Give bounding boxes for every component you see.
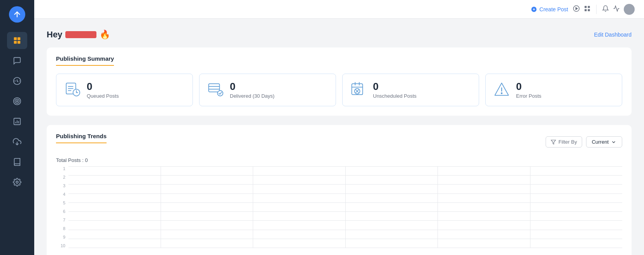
sidebar-item-dashboard[interactable] (7, 32, 27, 49)
svg-point-34 (217, 91, 223, 96)
y-label-10: 10 (56, 243, 67, 248)
unscheduled-posts-count: 0 (373, 81, 416, 92)
svg-rect-21 (588, 6, 590, 8)
filter-by-button[interactable]: Filter By (546, 136, 582, 148)
topbar-divider (596, 5, 597, 14)
sidebar-item-settings[interactable] (7, 174, 27, 191)
svg-marker-19 (576, 7, 578, 10)
chart-columns (68, 166, 622, 248)
trends-controls: Filter By Current (546, 136, 622, 148)
error-posts-count: 0 (516, 81, 541, 92)
publishing-trends-title: Publishing Trends (56, 133, 107, 143)
content-header: Hey 🔥 Edit Dashboard (47, 30, 632, 40)
delivered-posts-tile: 0 Delivered (30 Days) (199, 74, 336, 106)
y-label-5: 5 (56, 200, 67, 205)
chart-col-4 (346, 166, 438, 248)
user-name-redacted (65, 31, 96, 38)
play-icon[interactable] (573, 5, 580, 14)
queued-posts-icon (64, 81, 80, 99)
chart-col-5 (438, 166, 530, 248)
current-label: Current (592, 139, 609, 145)
notification-icon[interactable] (602, 5, 609, 14)
chart-col-3 (253, 166, 346, 248)
y-label-3: 3 (56, 183, 67, 188)
app-logo[interactable] (9, 6, 25, 23)
activity-icon[interactable] (613, 5, 620, 14)
svg-rect-2 (18, 37, 20, 40)
sidebar-item-inbox[interactable] (7, 133, 27, 150)
trends-header: Publishing Trends Filter By Current (56, 133, 622, 151)
y-label-8: 8 (56, 226, 67, 231)
content-area: Hey 🔥 Edit Dashboard Publishing Summary (34, 19, 644, 255)
error-posts-info: 0 Error Posts (516, 81, 541, 99)
y-label-1: 1 (56, 166, 67, 171)
svg-point-8 (16, 100, 18, 102)
sidebar-item-reports[interactable] (7, 113, 27, 130)
svg-point-14 (16, 181, 18, 183)
summary-grid: 0 Queued Posts (56, 74, 622, 106)
main-area: Create Post Hey 🔥 (34, 0, 644, 255)
y-label-2: 2 (56, 175, 67, 179)
svg-point-7 (15, 99, 19, 104)
svg-rect-23 (588, 9, 590, 11)
y-label-4: 4 (56, 192, 67, 197)
grid-icon[interactable] (584, 5, 591, 14)
y-label-6: 6 (56, 209, 67, 214)
sidebar-item-targeting[interactable] (7, 93, 27, 110)
error-posts-icon (494, 81, 510, 99)
create-post-label: Create Post (539, 6, 568, 12)
user-avatar[interactable] (624, 4, 635, 15)
delivered-posts-label: Delivered (30 Days) (230, 93, 275, 99)
filter-by-label: Filter By (558, 139, 577, 145)
svg-rect-20 (584, 6, 586, 8)
svg-marker-45 (551, 140, 556, 144)
delivered-posts-icon (207, 81, 224, 99)
sidebar-item-library[interactable] (7, 153, 27, 171)
sidebar-item-messages[interactable] (7, 52, 27, 69)
svg-point-44 (501, 93, 502, 94)
topbar: Create Post (34, 0, 644, 19)
current-dropdown[interactable]: Current (586, 136, 622, 148)
greeting-text: Hey 🔥 (47, 30, 110, 40)
publishing-summary-card: Publishing Summary (47, 47, 632, 116)
chart-area (68, 166, 622, 248)
chevron-down-icon (611, 139, 616, 145)
y-label-9: 9 (56, 235, 67, 239)
topbar-icons (573, 4, 635, 15)
chart-col-1 (68, 166, 161, 248)
greeting-word: Hey (47, 30, 62, 40)
publishing-summary-title: Publishing Summary (56, 55, 114, 66)
unscheduled-posts-label: Unscheduled Posts (373, 93, 416, 99)
edit-dashboard-button[interactable]: Edit Dashboard (594, 32, 632, 38)
queued-posts-label: Queued Posts (87, 93, 119, 99)
chart-y-axis: 10 9 8 7 6 5 4 3 2 1 (56, 166, 67, 248)
chart-container: 10 9 8 7 6 5 4 3 2 1 (56, 166, 622, 255)
total-posts-label: Total Posts : 0 (56, 157, 622, 163)
queued-posts-info: 0 Queued Posts (87, 81, 119, 99)
svg-rect-22 (584, 9, 586, 11)
unscheduled-posts-info: 0 Unscheduled Posts (373, 81, 416, 99)
svg-rect-3 (14, 41, 17, 44)
error-posts-label: Error Posts (516, 93, 541, 99)
y-label-7: 7 (56, 218, 67, 222)
delivered-posts-info: 0 Delivered (30 Days) (230, 81, 275, 99)
queued-posts-tile: 0 Queued Posts (56, 74, 193, 106)
queued-posts-count: 0 (87, 81, 119, 92)
chart-col-2 (161, 166, 254, 248)
publishing-trends-card: Publishing Trends Filter By Current Tota… (47, 125, 632, 255)
delivered-posts-count: 0 (230, 81, 275, 92)
sidebar-item-analytics[interactable] (7, 72, 27, 90)
unscheduled-posts-icon (350, 81, 367, 99)
fire-emoji: 🔥 (100, 30, 110, 40)
svg-rect-1 (14, 37, 17, 40)
create-post-button[interactable]: Create Post (531, 6, 568, 12)
filter-icon (551, 139, 556, 145)
svg-rect-4 (18, 41, 20, 44)
error-posts-tile: 0 Error Posts (485, 74, 622, 106)
chart-col-6 (530, 166, 623, 248)
unscheduled-posts-tile: 0 Unscheduled Posts (342, 74, 479, 106)
svg-rect-31 (209, 84, 220, 92)
sidebar (0, 0, 34, 255)
